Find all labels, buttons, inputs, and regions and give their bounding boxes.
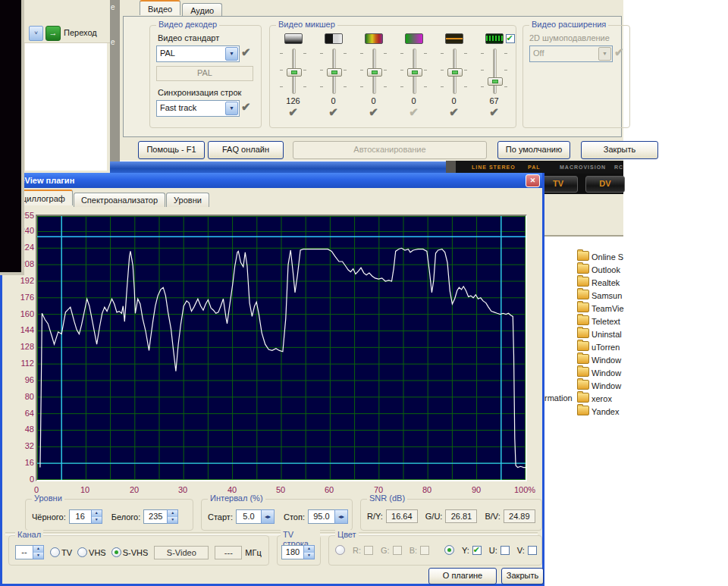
tv-line-spinner[interactable]: 180 ▲▼ — [281, 545, 315, 559]
folder-item[interactable]: Uninstal — [577, 327, 622, 340]
radio-icon[interactable] — [111, 547, 121, 557]
close-settings-button[interactable]: Закрыть — [581, 141, 658, 159]
component-label-g: G: — [381, 546, 390, 555]
mixer-slider[interactable] — [394, 47, 434, 96]
radio-option-vhs[interactable]: VHS — [77, 547, 106, 557]
stop-value[interactable]: 95.0 — [308, 509, 334, 524]
svideo-field: S-Video — [154, 546, 209, 559]
address-dropdown-button[interactable]: ˅ — [29, 26, 43, 41]
folder-item[interactable]: TeamVie — [577, 302, 624, 314]
folder-item[interactable]: Online S — [577, 250, 623, 262]
yuv-mode-radio[interactable] — [444, 545, 454, 555]
spinner-arrows-icon[interactable]: ◂▸ — [334, 509, 348, 524]
x-axis-tick-label: 80 — [414, 485, 440, 494]
spinner-arrows-icon[interactable]: ▲▼ — [303, 545, 315, 559]
component-checkbox-v[interactable] — [528, 546, 537, 555]
y-axis-tick-label: 128 — [14, 342, 34, 351]
close-plugin-button[interactable]: Закрыть — [501, 568, 544, 584]
folder-item[interactable]: uTorren — [577, 340, 620, 353]
folder-item[interactable]: Window — [577, 379, 621, 391]
component-checkbox-u[interactable] — [500, 546, 510, 555]
slider-thumb[interactable] — [367, 68, 382, 77]
tv-mode-button-dv[interactable]: DV — [585, 176, 625, 193]
y-axis-tick-label: 160 — [14, 309, 34, 318]
folder-label: Yandex — [592, 407, 620, 416]
channel-spinner[interactable]: -- ▲▼ — [15, 545, 44, 559]
slider-thumb[interactable] — [447, 68, 463, 77]
folder-icon — [577, 380, 589, 390]
radio-label: S-VHS — [123, 548, 149, 557]
folder-item[interactable]: Teletext — [577, 315, 620, 327]
brightness-icon — [284, 33, 303, 44]
folder-item[interactable]: Window — [577, 366, 621, 378]
component-label-b: B: — [410, 546, 417, 555]
y-axis-tick-label: 112 — [14, 359, 34, 368]
about-plugin-button[interactable]: О плагине — [428, 568, 497, 584]
radio-icon[interactable] — [50, 547, 60, 557]
folder-item[interactable]: Window — [577, 353, 621, 365]
folder-item[interactable]: Outlook — [577, 263, 620, 275]
explorer-content-area[interactable] — [25, 43, 107, 171]
close-icon[interactable]: ✕ — [526, 174, 540, 187]
radio-option-s-vhs[interactable]: S-VHS — [111, 547, 149, 557]
rgb-mode-radio[interactable] — [335, 545, 345, 555]
component-checkbox-y[interactable] — [472, 546, 482, 555]
slider-thumb[interactable] — [327, 68, 342, 77]
component-checkbox-b — [420, 546, 429, 555]
window-title-bar[interactable]: LineView плагин ✕ — [2, 173, 542, 188]
slider-thumb[interactable] — [488, 77, 503, 86]
spinner-arrows-icon[interactable]: ▲▼ — [167, 509, 178, 524]
go-button-label: Переход — [64, 28, 97, 37]
channel-number-value[interactable]: -- — [15, 545, 33, 559]
lineview-tab-спектроанализатор[interactable]: Спектроанализатор — [74, 193, 165, 207]
faq-online-button[interactable]: FAQ онлайн — [208, 141, 284, 159]
tuner-settings-dialog: ВидеоАудио Видео декодер Видео стандарт … — [120, 0, 623, 161]
line-sync-combobox[interactable]: Fast track ▼ — [156, 100, 240, 117]
start-spinner[interactable]: 5.0 ◂▸ — [236, 509, 275, 524]
settings-tab-Аудио[interactable]: Аудио — [182, 3, 222, 17]
video-decoder-group: Видео декодер Видео стандарт PAL ▼ ✔ PAL… — [149, 25, 262, 128]
component-label-y: Y: — [462, 546, 469, 555]
settings-tab-Видео[interactable]: Видео — [140, 0, 180, 15]
black-level-value[interactable]: 16 — [69, 509, 91, 524]
radio-option-tv[interactable]: TV — [50, 547, 72, 557]
video-standard-combobox[interactable]: PAL ▼ — [156, 45, 240, 62]
comb-filter-checkbox[interactable] — [506, 34, 515, 43]
mixer-slider[interactable] — [474, 47, 514, 96]
black-level-spinner[interactable]: 16 ▲▼ — [69, 509, 102, 524]
white-level-value[interactable]: 235 — [143, 509, 167, 524]
mixer-slider[interactable] — [313, 47, 353, 96]
spinner-arrows-icon[interactable]: ◂▸ — [261, 509, 275, 524]
go-button[interactable]: → — [46, 26, 61, 41]
chevron-down-icon[interactable]: ▼ — [225, 102, 238, 115]
folder-item[interactable]: Realtek — [577, 276, 620, 288]
defaults-button[interactable]: По умолчанию — [497, 141, 570, 159]
chevron-down-icon[interactable]: ▼ — [225, 47, 238, 61]
white-level-spinner[interactable]: 235 ▲▼ — [143, 509, 178, 524]
mixer-slider[interactable] — [273, 47, 313, 96]
folder-item[interactable]: xerox — [577, 392, 612, 404]
radio-label: TV — [61, 548, 72, 557]
folder-icon — [577, 277, 589, 287]
tv-line-value[interactable]: 180 — [281, 545, 303, 559]
help-button[interactable]: Помощь - F1 — [138, 141, 205, 159]
spinner-arrows-icon[interactable]: ▲▼ — [33, 545, 44, 559]
channel-group: Канал -- ▲▼ TVVHSS-VHS S-Video --- МГц — [8, 535, 269, 566]
folder-icon — [577, 264, 589, 274]
slider-thumb[interactable] — [407, 68, 422, 77]
apply-check-icon: ✔ — [241, 102, 251, 112]
mixer-slider[interactable] — [434, 47, 474, 96]
lineview-tab-уровни[interactable]: Уровни — [166, 193, 209, 207]
y-axis-tick-label: 48 — [14, 425, 34, 434]
applied-check-icon: ✔ — [273, 107, 313, 118]
spinner-arrows-icon[interactable]: ▲▼ — [91, 509, 102, 524]
stop-spinner[interactable]: 95.0 ◂▸ — [308, 509, 348, 524]
folder-item[interactable]: Samsun — [577, 289, 622, 301]
slider-thumb[interactable] — [287, 68, 302, 77]
folder-item[interactable]: Yandex — [577, 405, 620, 417]
start-value[interactable]: 5.0 — [236, 509, 261, 524]
mixer-slider[interactable] — [353, 47, 394, 96]
radio-icon[interactable] — [77, 547, 87, 557]
folder-icon — [577, 341, 589, 351]
mixer-channel: 126✔ — [273, 33, 313, 126]
